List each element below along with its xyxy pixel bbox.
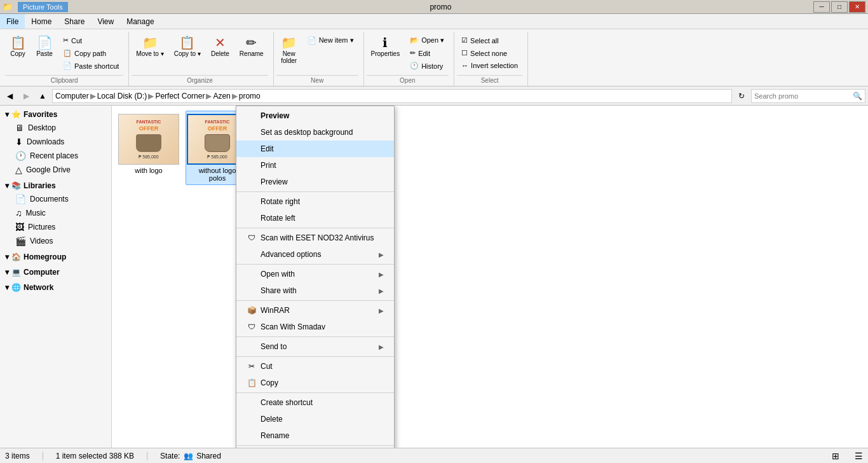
- ctx-sep-2: [236, 228, 394, 228]
- sidebar-computer-header[interactable]: ▾ 💻 Computer: [0, 266, 111, 279]
- ctx-open-with[interactable]: Open with ▶: [236, 266, 394, 282]
- sidebar-item-downloads[interactable]: ⬇ Downloads: [0, 135, 111, 149]
- sidebar-item-videos[interactable]: 🎬 Videos: [0, 234, 111, 248]
- edit-ribbon-button[interactable]: ✏ Edit: [405, 47, 449, 59]
- history-icon: 🕐: [410, 62, 419, 70]
- ctx-send-to[interactable]: Send to ▶: [236, 338, 394, 355]
- ribbon-group-new: 📁 Newfolder 📄 New item ▾ New: [274, 32, 364, 86]
- close-button[interactable]: ✕: [849, 1, 865, 13]
- breadcrumb-azen[interactable]: Azen: [213, 92, 230, 100]
- copy-path-button[interactable]: 📋 Copy path: [58, 47, 123, 59]
- sidebar-homegroup-header[interactable]: ▾ 🏠 Homegroup: [0, 251, 111, 263]
- ctx-sep-7: [236, 392, 394, 393]
- cut-button[interactable]: ✂ Cut: [58, 34, 123, 46]
- copy-button[interactable]: 📋 Copy: [5, 33, 31, 60]
- ribbon-group-select: ☑ Select all ☐ Select none ↔ Invert sele…: [454, 32, 528, 86]
- ctx-sep-6: [236, 356, 394, 357]
- copy-path-icon: 📋: [63, 49, 72, 57]
- ctx-sep-5: [236, 336, 394, 337]
- ctx-share-with[interactable]: Share with ▶: [236, 282, 394, 299]
- ctx-winrar[interactable]: 📦WinRAR ▶: [236, 302, 394, 319]
- breadcrumb-computer[interactable]: Computer: [55, 92, 89, 100]
- ctx-advanced-options[interactable]: Advanced options ▶: [236, 246, 394, 263]
- breadcrumb: Computer ▶ Local Disk (D:) ▶ Perfect Cor…: [52, 89, 732, 103]
- desktop-icon: 🖥: [15, 123, 24, 133]
- rename-button[interactable]: ✏ Rename: [235, 33, 268, 60]
- open-button[interactable]: 📂 Open ▾: [405, 34, 449, 46]
- new-folder-button[interactable]: 📁 Newfolder: [276, 33, 302, 67]
- new-item-button[interactable]: 📄 New item ▾: [303, 34, 358, 46]
- menu-home[interactable]: Home: [25, 14, 58, 29]
- details-view-icon[interactable]: ☰: [855, 451, 863, 461]
- select-none-button[interactable]: ☐ Select none: [457, 47, 522, 59]
- window-title: promo: [430, 3, 451, 11]
- move-to-button[interactable]: 📁 Move to ▾: [132, 33, 168, 60]
- sidebar-network-header[interactable]: ▾ 🌐 Network: [0, 281, 111, 294]
- paste-shortcut-button[interactable]: 📄 Paste shortcut: [58, 60, 123, 72]
- move-icon: 📁: [142, 36, 158, 49]
- delete-icon: ✕: [215, 36, 226, 49]
- select-label: Select: [457, 75, 522, 86]
- select-all-button[interactable]: ☑ Select all: [457, 34, 522, 46]
- back-button[interactable]: ◀: [3, 89, 17, 103]
- favorites-collapse-icon: ▾: [5, 110, 9, 119]
- ctx-scan-eset[interactable]: 🛡Scan with ESET NOD32 Antivirus: [236, 230, 394, 246]
- menu-share[interactable]: Share: [58, 14, 91, 29]
- ctx-scan-smadav[interactable]: 🛡Scan With Smadav: [236, 319, 394, 335]
- new-folder-icon: 📁: [281, 36, 297, 49]
- file-item-with-logo[interactable]: fantastic OFFER ₱ 585,000 with logo: [117, 111, 180, 177]
- ctx-sep-1: [236, 191, 394, 192]
- status-count: 3 items: [5, 452, 30, 460]
- ctx-sep-3: [236, 264, 394, 265]
- ctx-copy[interactable]: 📋Copy: [236, 375, 394, 391]
- ctx-set-desktop-bg[interactable]: Set as desktop background: [236, 124, 394, 141]
- copy-to-icon: 📋: [179, 36, 195, 49]
- ctx-rotate-left[interactable]: Rotate left: [236, 210, 394, 226]
- ctx-preview-top[interactable]: Preview: [236, 107, 394, 124]
- select-none-icon: ☐: [461, 49, 468, 57]
- sidebar-item-recent-places[interactable]: 🕐 Recent places: [0, 149, 111, 163]
- maximize-button[interactable]: □: [831, 1, 848, 13]
- sidebar-favorites-header[interactable]: ▾ ⭐ Favorites: [0, 108, 111, 121]
- up-button[interactable]: ▲: [36, 89, 50, 103]
- ctx-preview[interactable]: Preview: [236, 174, 394, 190]
- sidebar-item-music[interactable]: ♫ Music: [0, 206, 111, 220]
- ctx-edit[interactable]: Edit: [236, 141, 394, 157]
- breadcrumb-disk[interactable]: Local Disk (D:): [97, 92, 147, 100]
- rename-icon: ✏: [246, 36, 257, 49]
- properties-button[interactable]: ℹ Properties: [367, 33, 405, 60]
- sidebar-libraries-header[interactable]: ▾ 📚 Libraries: [0, 179, 111, 192]
- delete-button[interactable]: ✕ Delete: [207, 33, 234, 60]
- sidebar-item-desktop[interactable]: 🖥 Desktop: [0, 121, 111, 135]
- shared-icon: 👥: [184, 452, 193, 460]
- minimize-button[interactable]: ─: [813, 1, 830, 13]
- search-box[interactable]: 🔍: [751, 89, 865, 103]
- ribbon-group-organize: 📁 Move to ▾ 📋 Copy to ▾ ✕ Delete ✏ Renam…: [129, 32, 273, 86]
- sidebar-item-google-drive[interactable]: △ Google Drive: [0, 163, 111, 177]
- invert-selection-button[interactable]: ↔ Invert selection: [457, 60, 522, 71]
- ctx-rotate-right[interactable]: Rotate right: [236, 193, 394, 210]
- ctx-create-shortcut[interactable]: Create shortcut: [236, 394, 394, 411]
- ctx-rename[interactable]: Rename: [236, 427, 394, 444]
- titlebar: 📁 Picture Tools promo ─ □ ✕: [0, 0, 868, 14]
- ctx-cut[interactable]: ✂Cut: [236, 358, 394, 375]
- forward-button[interactable]: ▶: [19, 89, 33, 103]
- refresh-button[interactable]: ↻: [735, 89, 749, 103]
- copy-ctx-icon: 📋: [247, 378, 257, 388]
- view-mode-icon[interactable]: ⊞: [832, 451, 839, 461]
- paste-button[interactable]: 📄 Paste: [32, 33, 57, 60]
- sidebar-item-documents[interactable]: 📄 Documents: [0, 192, 111, 206]
- ctx-properties[interactable]: Properties: [236, 447, 394, 448]
- breadcrumb-perfect-corner[interactable]: Perfect Corner: [155, 92, 205, 100]
- network-icon: 🌐: [11, 283, 21, 292]
- search-input[interactable]: [754, 92, 853, 100]
- menu-file[interactable]: File: [0, 14, 25, 29]
- menu-view[interactable]: View: [91, 14, 120, 29]
- menu-manage[interactable]: Manage: [120, 14, 160, 29]
- sidebar-item-pictures[interactable]: 🖼 Pictures: [0, 220, 111, 234]
- copy-to-button[interactable]: 📋 Copy to ▾: [170, 33, 205, 60]
- ctx-delete[interactable]: Delete: [236, 411, 394, 427]
- ctx-print[interactable]: Print: [236, 157, 394, 174]
- history-button[interactable]: 🕐 History: [405, 60, 449, 72]
- breadcrumb-promo[interactable]: promo: [239, 92, 261, 100]
